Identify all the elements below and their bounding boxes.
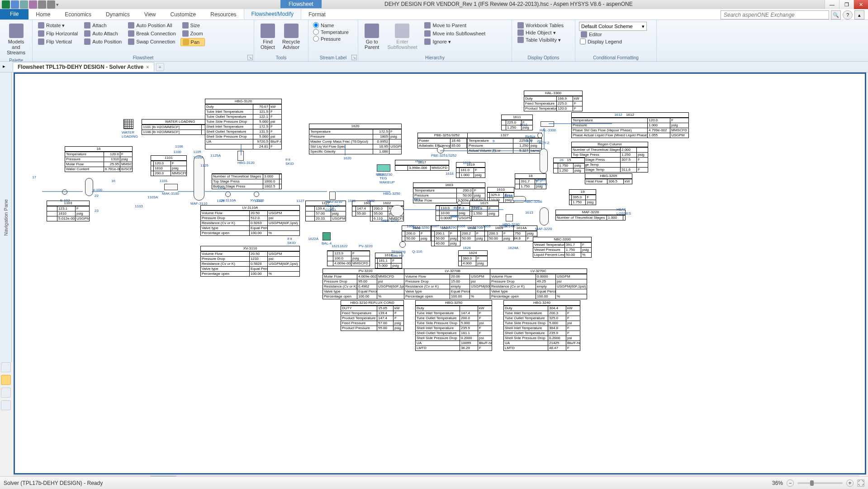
data-table[interactable]: 19395.0F1.750psig bbox=[569, 189, 596, 205]
unit-block[interactable] bbox=[194, 155, 204, 201]
left-tool-3[interactable] bbox=[1, 388, 11, 398]
nav-expand-button[interactable]: ▸ bbox=[3, 63, 10, 71]
hide-object-button[interactable]: Hide Object ▾ bbox=[516, 29, 571, 36]
search-input[interactable] bbox=[721, 10, 829, 19]
document-tab-close[interactable]: × bbox=[146, 64, 149, 70]
qat-save-icon[interactable] bbox=[11, 0, 19, 9]
data-table[interactable]: HBG-3120Duty70.67kWTube Inlet Temperatur… bbox=[205, 99, 282, 149]
qat-icon-5[interactable] bbox=[47, 0, 55, 9]
data-table[interactable]: NBC-3200Vessel Temperature391.7FVessel P… bbox=[533, 237, 592, 258]
qat-undo-icon[interactable] bbox=[20, 0, 28, 9]
table-visibility-button[interactable]: Table Visibility ▾ bbox=[516, 36, 571, 43]
unit-block[interactable] bbox=[164, 184, 178, 190]
zoom-out-button[interactable]: − bbox=[787, 479, 794, 487]
ribbon-collapse-button[interactable]: ▴ bbox=[854, 10, 864, 19]
size-button[interactable]: Size bbox=[180, 22, 205, 29]
attach-button[interactable]: Attach bbox=[82, 22, 123, 29]
qat-dropdown[interactable]: ▾ bbox=[56, 2, 59, 8]
unit-block[interactable] bbox=[123, 119, 133, 129]
tab-resources[interactable]: Resources bbox=[203, 10, 243, 19]
swap-connection-button[interactable]: Swap Connection bbox=[126, 38, 177, 45]
left-tool-4[interactable] bbox=[1, 400, 11, 410]
unit-block[interactable] bbox=[377, 164, 390, 172]
unit-block[interactable] bbox=[512, 196, 526, 202]
unit-block[interactable] bbox=[540, 207, 549, 225]
ignore-button[interactable]: Ignore ▾ bbox=[422, 38, 487, 45]
data-table[interactable]: LV-3270CVolume Flow0.0000USGPMPressure D… bbox=[490, 268, 587, 299]
data-table[interactable]: 123.9F100.0psig4.009e-002MMSCFD bbox=[327, 250, 370, 266]
data-table[interactable]: 1612Temperature120.0FPressure1.000psigPh… bbox=[571, 112, 689, 138]
tab-economics[interactable]: Economics bbox=[57, 10, 99, 19]
data-table[interactable]: HBG-3250DutykWTube Inlet Temperature147.… bbox=[415, 300, 492, 351]
zoom-in-button[interactable]: + bbox=[846, 479, 854, 487]
unit-block[interactable] bbox=[541, 121, 554, 127]
flip-vertical-button[interactable]: Flip Vertical bbox=[36, 38, 80, 45]
qat-redo-icon[interactable] bbox=[29, 0, 37, 9]
close-button[interactable]: ✕ bbox=[854, 0, 868, 9]
flowsheet-dialog-launcher[interactable]: ↘ bbox=[247, 55, 253, 60]
data-table[interactable]: 1624360.0F4.000psig bbox=[458, 250, 488, 266]
pan-button[interactable]: Pan bbox=[180, 38, 205, 46]
unit-block[interactable] bbox=[85, 178, 93, 196]
search-button[interactable]: 🔍 bbox=[831, 10, 841, 19]
unit-block[interactable] bbox=[323, 232, 331, 240]
data-table[interactable]: HAL-3300Duty166.9kWFeed Temperature225.0… bbox=[524, 91, 583, 111]
data-table[interactable]: PV-3220Molar Flow4.009e-002MMSCFDPressur… bbox=[323, 268, 408, 299]
tab-customize[interactable]: Customize bbox=[163, 10, 204, 19]
data-table[interactable]: MAF-3220Number of Theoretical Stages1.00… bbox=[555, 210, 626, 221]
move-to-parent-button[interactable]: Move to Parent bbox=[422, 22, 487, 29]
stream-label-name[interactable]: Name bbox=[312, 22, 354, 29]
help-button[interactable]: ? bbox=[843, 10, 853, 19]
data-table[interactable]: 1620Temperature172.5FPressure1805psigMas… bbox=[309, 124, 402, 154]
display-legend-checkbox[interactable]: Display Legend bbox=[579, 38, 653, 45]
data-table[interactable]: 1103123.1F1810psig5.012e-003USGPM bbox=[47, 201, 90, 221]
unit-block[interactable] bbox=[237, 151, 244, 161]
data-table[interactable]: 1101120.0F1810psig200.0MMSCFD bbox=[151, 155, 187, 176]
zoom-fit-button[interactable]: ⛶ bbox=[857, 479, 864, 487]
data-table[interactable]: LV-3270BVolume Flow20.06USGPMPressure Dr… bbox=[404, 268, 501, 299]
data-table[interactable]: HBG-3205Heat Flow306.5kW bbox=[585, 173, 632, 184]
file-tab[interactable]: File bbox=[0, 9, 28, 19]
editor-button[interactable]: Editor bbox=[579, 31, 653, 38]
unit-block[interactable] bbox=[537, 133, 543, 138]
zoom-slider[interactable] bbox=[797, 482, 843, 484]
stream-label-pressure[interactable]: Pressure bbox=[312, 35, 354, 42]
data-table[interactable]: LV-3110AVolume Flow20.50USGPMPressure Dr… bbox=[200, 205, 300, 236]
left-tool-1[interactable] bbox=[1, 362, 11, 372]
data-table[interactable]: HBG-3210 REFLUX CONDDUTY15.65kWFeed Temp… bbox=[341, 300, 404, 331]
new-tab-button[interactable]: + bbox=[156, 63, 164, 71]
document-tab[interactable]: Flowsheet TPL17b-DEHY DESIGN - Solver Ac… bbox=[13, 62, 154, 72]
tab-home[interactable]: Home bbox=[28, 10, 57, 19]
left-tool-2[interactable] bbox=[1, 375, 11, 385]
flowsheet-canvas[interactable]: 16Temperature120.0FPressure1310psigMolar… bbox=[15, 74, 865, 473]
tab-dynamics[interactable]: Dynamics bbox=[99, 10, 137, 19]
unit-block[interactable] bbox=[540, 149, 548, 173]
data-table[interactable]: 1611225.0F1.250psig bbox=[501, 115, 533, 130]
auto-position-button[interactable]: Auto Position bbox=[82, 38, 123, 45]
unit-block[interactable] bbox=[62, 189, 67, 195]
unit-block[interactable] bbox=[437, 146, 444, 153]
data-table[interactable]: 151.750psig1.250psig bbox=[553, 158, 585, 173]
auto-attach-button[interactable]: Auto Attach bbox=[82, 30, 123, 37]
unit-block[interactable] bbox=[390, 205, 404, 217]
stream-label-temperature[interactable]: Temperature bbox=[312, 29, 354, 35]
qat-icon-4[interactable] bbox=[38, 0, 46, 9]
break-connection-button[interactable]: Break Connection bbox=[126, 30, 177, 37]
navigation-pane-collapsed[interactable]: Navigation Pane bbox=[0, 72, 12, 362]
unit-block[interactable] bbox=[506, 214, 513, 221]
restore-button[interactable]: ❐ bbox=[839, 0, 854, 9]
tab-flowsheet-modify[interactable]: Flowsheet/Modify bbox=[244, 9, 301, 19]
stream-label-dialog-launcher[interactable]: ↘ bbox=[351, 55, 357, 60]
zoom-thumb[interactable] bbox=[810, 480, 814, 486]
unit-block[interactable] bbox=[254, 192, 259, 197]
unit-block[interactable] bbox=[457, 201, 462, 205]
minimize-button[interactable]: — bbox=[825, 0, 839, 9]
tab-format[interactable]: Format bbox=[301, 10, 333, 19]
unit-block[interactable] bbox=[399, 241, 406, 248]
rotate-button[interactable]: Rotate ▾ bbox=[36, 22, 80, 29]
colour-scheme-dropdown[interactable]: Default Colour Scheme▾ bbox=[579, 22, 647, 31]
data-table[interactable]: HBG-3240Duty304.4kWTube Inlet Temperatur… bbox=[503, 300, 580, 351]
zoom-button[interactable]: Zoom bbox=[180, 30, 205, 37]
tab-view[interactable]: View bbox=[137, 10, 163, 19]
auto-position-all-button[interactable]: Auto Position All bbox=[126, 22, 177, 29]
